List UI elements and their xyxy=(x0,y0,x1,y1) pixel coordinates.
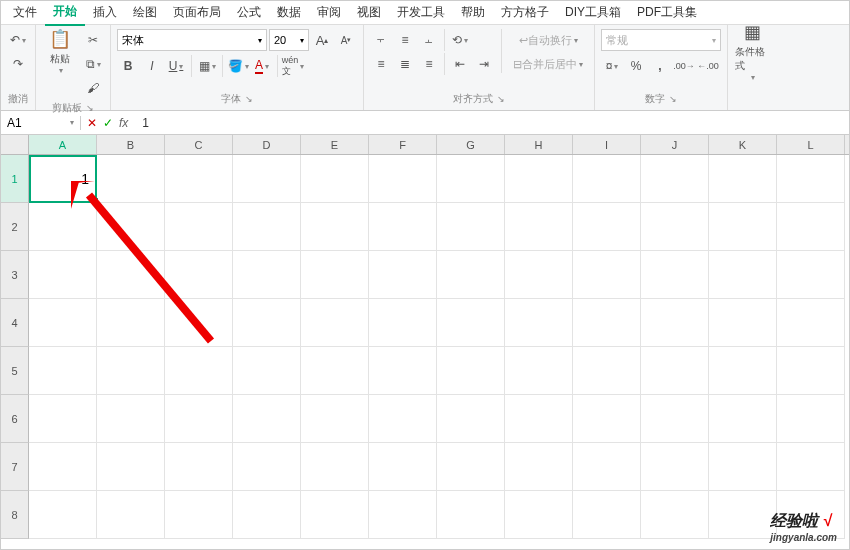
bold-button[interactable]: B xyxy=(117,55,139,77)
cell[interactable] xyxy=(97,299,165,347)
row-header[interactable]: 1 xyxy=(1,155,29,203)
cell[interactable] xyxy=(165,251,233,299)
decrease-font-button[interactable]: A▾ xyxy=(335,29,357,51)
cell[interactable] xyxy=(97,347,165,395)
menu-tab-9[interactable]: 开发工具 xyxy=(389,0,453,25)
increase-font-button[interactable]: A▴ xyxy=(311,29,333,51)
cell[interactable] xyxy=(97,251,165,299)
cell[interactable] xyxy=(233,203,301,251)
cell[interactable] xyxy=(369,491,437,539)
cell[interactable] xyxy=(709,347,777,395)
dialog-launcher-icon[interactable]: ↘ xyxy=(497,94,505,104)
cell[interactable] xyxy=(233,443,301,491)
cell[interactable] xyxy=(573,155,641,203)
conditional-format-button[interactable]: ▦ 条件格式 xyxy=(734,29,770,73)
formula-ok-button[interactable]: ✓ xyxy=(103,116,113,130)
cell[interactable] xyxy=(437,203,505,251)
cell[interactable] xyxy=(29,203,97,251)
menu-tab-4[interactable]: 页面布局 xyxy=(165,0,229,25)
row-header[interactable]: 3 xyxy=(1,251,29,299)
col-header[interactable]: F xyxy=(369,135,437,154)
cell[interactable] xyxy=(709,251,777,299)
cell[interactable] xyxy=(573,491,641,539)
cell[interactable] xyxy=(777,203,845,251)
menu-tab-8[interactable]: 视图 xyxy=(349,0,389,25)
cell[interactable] xyxy=(301,491,369,539)
cell[interactable] xyxy=(777,347,845,395)
cut-button[interactable]: ✂ xyxy=(82,29,104,51)
col-header[interactable]: E xyxy=(301,135,369,154)
cell[interactable] xyxy=(97,395,165,443)
menu-tab-3[interactable]: 绘图 xyxy=(125,0,165,25)
align-top-button[interactable]: ⫟ xyxy=(370,29,392,51)
cell[interactable] xyxy=(505,203,573,251)
number-format-select[interactable]: 常规▾ xyxy=(601,29,721,51)
cell[interactable] xyxy=(505,299,573,347)
cell[interactable] xyxy=(573,203,641,251)
cell[interactable] xyxy=(777,155,845,203)
menu-tab-7[interactable]: 审阅 xyxy=(309,0,349,25)
name-box[interactable]: A1 ▾ xyxy=(1,116,81,130)
cell[interactable] xyxy=(641,155,709,203)
merge-button[interactable]: ⊟ 合并后居中 xyxy=(508,53,588,75)
cell[interactable] xyxy=(369,299,437,347)
cell[interactable] xyxy=(165,299,233,347)
cell[interactable] xyxy=(437,155,505,203)
cell[interactable] xyxy=(29,395,97,443)
indent-increase-button[interactable]: ⇥ xyxy=(473,53,495,75)
wrap-text-button[interactable]: ↩ 自动换行 xyxy=(508,29,588,51)
cell[interactable] xyxy=(641,491,709,539)
formula-input[interactable]: 1 xyxy=(134,116,157,130)
border-button[interactable]: ▦ xyxy=(196,55,218,77)
dialog-launcher-icon[interactable]: ↘ xyxy=(245,94,253,104)
cell[interactable] xyxy=(301,395,369,443)
phonetic-button[interactable]: wén文 xyxy=(282,55,304,77)
cell[interactable]: 1 xyxy=(29,155,97,203)
row-header[interactable]: 8 xyxy=(1,491,29,539)
cell[interactable] xyxy=(369,443,437,491)
menu-tab-2[interactable]: 插入 xyxy=(85,0,125,25)
cell[interactable] xyxy=(777,251,845,299)
row-header[interactable]: 2 xyxy=(1,203,29,251)
cell[interactable] xyxy=(165,155,233,203)
cell[interactable] xyxy=(165,203,233,251)
cell[interactable] xyxy=(369,347,437,395)
row-header[interactable]: 7 xyxy=(1,443,29,491)
cell[interactable] xyxy=(573,347,641,395)
comma-button[interactable]: , xyxy=(649,55,671,77)
cell[interactable] xyxy=(301,155,369,203)
cell[interactable] xyxy=(233,251,301,299)
cell[interactable] xyxy=(437,299,505,347)
col-header[interactable]: A xyxy=(29,135,97,154)
cell[interactable] xyxy=(437,347,505,395)
cell[interactable] xyxy=(97,443,165,491)
cell[interactable] xyxy=(165,347,233,395)
italic-button[interactable]: I xyxy=(141,55,163,77)
formula-cancel-button[interactable]: ✕ xyxy=(87,116,97,130)
cell[interactable] xyxy=(709,155,777,203)
cell[interactable] xyxy=(641,443,709,491)
cell[interactable] xyxy=(233,395,301,443)
format-painter-button[interactable]: 🖌 xyxy=(82,77,104,99)
cell[interactable] xyxy=(97,203,165,251)
cell[interactable] xyxy=(709,299,777,347)
col-header[interactable]: H xyxy=(505,135,573,154)
row-header[interactable]: 6 xyxy=(1,395,29,443)
cell[interactable] xyxy=(641,299,709,347)
indent-decrease-button[interactable]: ⇤ xyxy=(449,53,471,75)
cell[interactable] xyxy=(97,491,165,539)
row-header[interactable]: 4 xyxy=(1,299,29,347)
cell[interactable] xyxy=(301,203,369,251)
align-center-button[interactable]: ≣ xyxy=(394,53,416,75)
menu-tab-5[interactable]: 公式 xyxy=(229,0,269,25)
col-header[interactable]: K xyxy=(709,135,777,154)
fx-icon[interactable]: fx xyxy=(119,116,128,130)
underline-button[interactable]: U xyxy=(165,55,187,77)
cell[interactable] xyxy=(165,491,233,539)
cell[interactable] xyxy=(505,491,573,539)
cell[interactable] xyxy=(369,155,437,203)
decrease-decimal-button[interactable]: ←.00 xyxy=(697,55,719,77)
cell[interactable] xyxy=(97,155,165,203)
cell[interactable] xyxy=(505,395,573,443)
col-header[interactable]: J xyxy=(641,135,709,154)
